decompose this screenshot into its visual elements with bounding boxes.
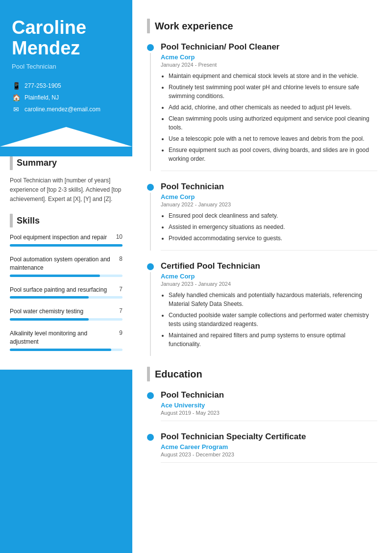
skill-bar-bg [10, 244, 122, 247]
bullet-item: Provided accommodating service to guests… [169, 234, 377, 243]
edu-dot [147, 434, 154, 441]
sidebar-contact: 📱 277-253-1905 🏠 Plainfield, NJ ✉ caroli… [0, 82, 132, 127]
skill-bar-bg [10, 318, 122, 321]
job-dot [147, 184, 154, 191]
skill-header: Pool equipment inspection and repair 10 [10, 233, 122, 242]
edu-dot [147, 392, 154, 399]
job-content: Pool Technician Acme Corp January 2022 -… [161, 182, 377, 251]
summary-title: Summary [17, 158, 57, 168]
skill-bar-fill [10, 275, 100, 277]
skill-name: Alkalinity level monitoring and adjustme… [10, 329, 115, 346]
job-dot-col [147, 261, 154, 356]
job-title: Pool Technician/ Pool Cleaner [161, 42, 377, 52]
edu-content: Pool Technician Specialty Certificate Ac… [161, 432, 377, 463]
job-dates: January 2022 - January 2023 [161, 201, 377, 207]
job-dot-col [147, 182, 154, 251]
edu-content: Pool Technician Ace University August 20… [161, 390, 377, 421]
skill-bar-fill [10, 349, 111, 351]
job-line [150, 53, 151, 171]
location-icon: 🏠 [12, 94, 21, 101]
edu-entry: Pool Technician Ace University August 20… [147, 390, 377, 421]
job-dates: January 2023 - January 2024 [161, 281, 377, 287]
job-dot-col [147, 42, 154, 171]
job-line [150, 193, 151, 251]
job-content: Pool Technician/ Pool Cleaner Acme Corp … [161, 42, 377, 171]
skill-item: Pool equipment inspection and repair 10 [10, 233, 122, 247]
job-entry: Certified Pool Technician Acme Corp Janu… [147, 261, 377, 356]
location-text: Plainfield, NJ [24, 94, 59, 101]
bullet-item: Routinely test swimming pool water pH an… [169, 83, 377, 101]
skills-title: Skills [17, 216, 40, 226]
job-company: Acme Corp [161, 53, 377, 61]
bullet-item: Safely handled chemicals and potentially… [169, 291, 377, 308]
skill-header: Pool water chemistry testing 7 [10, 307, 122, 316]
edu-institution: Acme Career Program [161, 443, 377, 451]
job-bullets: Safely handled chemicals and potentially… [161, 291, 377, 349]
edu-degree: Pool Technician Specialty Certificate [161, 432, 377, 442]
work-header-bar [147, 19, 150, 33]
job-entry: Pool Technician Acme Corp January 2022 -… [147, 182, 377, 251]
skills-list: Pool equipment inspection and repair 10 … [10, 233, 122, 351]
skill-score: 8 [119, 255, 122, 262]
bullet-item: Use a telescopic pole with a net to remo… [169, 134, 377, 143]
location-item: 🏠 Plainfield, NJ [12, 94, 121, 101]
job-dates: January 2024 - Present [161, 62, 377, 68]
edu-dates: August 2019 - May 2023 [161, 410, 377, 416]
bullet-item: Maintain equipment and chemical stock le… [169, 72, 377, 80]
job-line [150, 272, 151, 356]
skill-score: 7 [119, 307, 122, 314]
job-title: Pool Technician [161, 182, 377, 192]
skill-bar-bg [10, 296, 122, 299]
skill-name: Pool equipment inspection and repair [10, 233, 112, 242]
job-company: Acme Corp [161, 273, 377, 280]
bullet-item: Clean swimming pools using authorized eq… [169, 114, 377, 132]
bullet-item: Maintained and repaired filters and pump… [169, 331, 377, 349]
email-text: caroline.mendez@email.com [24, 106, 100, 113]
candidate-name: Caroline Mendez [12, 18, 121, 59]
skill-item: Pool automation system operation and mai… [10, 255, 122, 277]
job-dot [147, 263, 154, 270]
job-bullets: Ensured pool deck cleanliness and safety… [161, 211, 377, 243]
skill-name: Pool surface painting and resurfacing [10, 286, 115, 294]
edu-entry: Pool Technician Specialty Certificate Ac… [147, 432, 377, 463]
education-header: Education [147, 367, 377, 381]
skill-bar-bg [10, 349, 122, 351]
edu-dates: August 2023 - December 2023 [161, 452, 377, 457]
skill-bar-fill [10, 296, 89, 299]
summary-section-header: Summary [10, 156, 122, 170]
skill-header: Pool surface painting and resurfacing 7 [10, 286, 122, 294]
bullet-item: Ensured pool deck cleanliness and safety… [169, 211, 377, 220]
sidebar: Caroline Mendez Pool Technician 📱 277-25… [0, 0, 132, 553]
phone-text: 277-253-1905 [24, 82, 61, 89]
email-item: ✉ caroline.mendez@email.com [12, 105, 121, 113]
phone-icon: 📱 [12, 82, 21, 90]
job-bullets: Maintain equipment and chemical stock le… [161, 72, 377, 163]
bullet-item: Conducted poolside water sample collecti… [169, 311, 377, 328]
email-icon: ✉ [12, 105, 21, 113]
edu-dot-col [147, 432, 154, 463]
summary-bar [10, 156, 13, 170]
skill-score: 9 [119, 329, 122, 336]
jobs-list: Pool Technician/ Pool Cleaner Acme Corp … [147, 42, 377, 356]
bullet-item: Add acid, chlorine, and other chemicals … [169, 103, 377, 112]
skill-item: Pool water chemistry testing 7 [10, 307, 122, 321]
skill-item: Alkalinity level monitoring and adjustme… [10, 329, 122, 351]
job-content: Certified Pool Technician Acme Corp Janu… [161, 261, 377, 356]
edu-degree: Pool Technician [161, 390, 377, 400]
skills-section-header: Skills [10, 214, 122, 227]
edu-institution: Ace University [161, 402, 377, 409]
job-company: Acme Corp [161, 193, 377, 201]
job-entry: Pool Technician/ Pool Cleaner Acme Corp … [147, 42, 377, 171]
edu-header-bar [147, 367, 150, 381]
skill-score: 7 [119, 286, 122, 293]
edu-dot-col [147, 390, 154, 421]
bullet-item: Assisted in emergency situations as need… [169, 223, 377, 231]
resume: Caroline Mendez Pool Technician 📱 277-25… [0, 0, 392, 553]
skill-bar-fill [10, 244, 122, 247]
candidate-title: Pool Technician [12, 63, 121, 70]
triangle-divider [0, 127, 132, 147]
job-dot [147, 44, 154, 51]
education-list: Pool Technician Ace University August 20… [147, 390, 377, 463]
skill-header: Alkalinity level monitoring and adjustme… [10, 329, 122, 346]
skill-name: Pool water chemistry testing [10, 307, 115, 316]
